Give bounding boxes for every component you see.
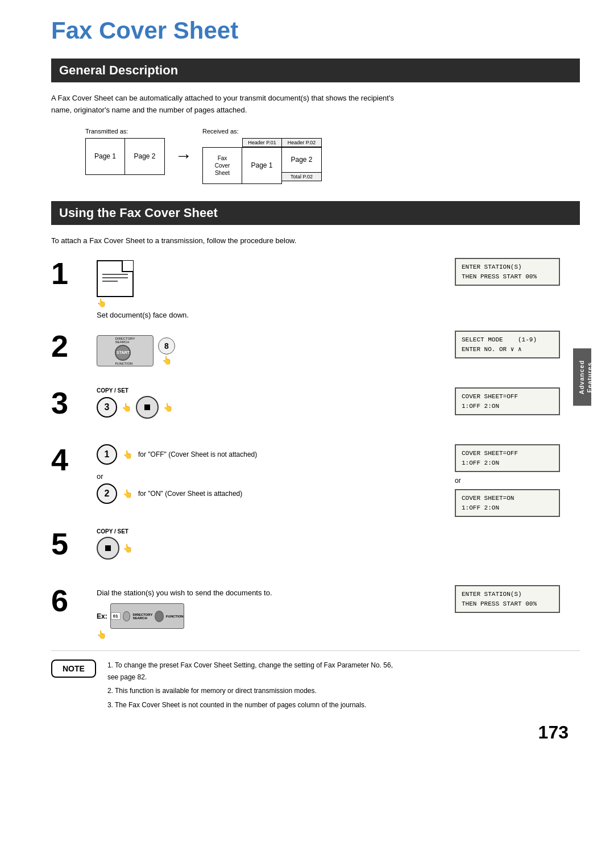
received-label: Received as: — [202, 128, 322, 135]
page2-box: Page 2 — [125, 138, 165, 175]
step-4-lcd1: COVER SHEET=OFF 1:OFF 2:ON — [455, 444, 560, 472]
note-section: NOTE 1. To change the preset Fax Cover S… — [51, 650, 580, 711]
ex-device-panel: 01 DIRECTORYSEARCH FUNCTION — [110, 603, 184, 629]
control-panel-2: DIRECTORYSEARCH START FUNCTION — [97, 335, 154, 366]
using-section-header: Using the Fax Cover Sheet — [51, 201, 580, 225]
side-tab: Advanced Features — [573, 349, 591, 406]
hand-icon-4b: 👆 — [123, 489, 132, 498]
header-p02: Header P.02 — [282, 138, 322, 147]
step-4-option2-text: for "ON" (Cover Sheet is attached) — [138, 490, 242, 498]
ex-label: Ex: — [97, 612, 107, 620]
step-6-text: Dial the station(s) you wish to send the… — [97, 589, 272, 597]
hand-icon-3b: 👆 — [163, 403, 173, 412]
button-1: 1 — [97, 444, 117, 465]
ex-function: FUNCTION — [166, 615, 184, 618]
step-4-or1: or — [97, 472, 257, 481]
side-tab-line2: Features — [586, 362, 593, 393]
page-title: Fax Cover Sheet — [51, 17, 580, 44]
recv-page2-box: Page 2 — [282, 147, 322, 173]
fax-cover-box: Fax Cover Sheet — [202, 147, 242, 184]
step-2-lcd: SELECT MODE (1-9) ENTER NO. OR ∨ ∧ — [455, 331, 560, 358]
step-4-number: 4 — [51, 444, 85, 475]
step-3-lcd: COVER SHEET=OFF 1:OFF 2:ON — [455, 387, 560, 415]
general-description-text: A Fax Cover Sheet can be automatically a… — [51, 93, 540, 116]
step-4-lcd-area: COVER SHEET=OFF 1:OFF 2:ON or COVER SHEE… — [455, 444, 580, 517]
step-4-lcd2: COVER SHEET=ON 1:OFF 2:ON — [455, 489, 560, 517]
hand-icon-2b: 👆 — [162, 356, 172, 365]
hand-icon-1: 👆 — [97, 298, 189, 307]
step-4-or2: or — [455, 477, 461, 485]
ex-01: 01 — [111, 612, 121, 620]
hand-icon-4a: 👆 — [123, 450, 132, 459]
transmission-diagram: Transmitted as: Page 1 Page 2 → Received… — [85, 128, 580, 184]
button-3: 3 — [97, 397, 117, 418]
step-5-copy-set-label: COPY / SET — [97, 528, 128, 535]
step-3-number: 3 — [51, 387, 85, 418]
note-item-2: 2. This function is available for memory… — [107, 685, 393, 696]
document-icon — [97, 260, 134, 297]
transmitted-label: Transmitted as: — [85, 128, 165, 135]
side-tab-line1: Advanced — [578, 360, 585, 395]
button-2: 2 — [97, 483, 117, 504]
step-5-number: 5 — [51, 528, 85, 559]
ex-start-btn — [155, 611, 163, 622]
total-p02: Total P.02 — [282, 173, 322, 181]
step-6-lcd: ENTER STATION(S) THEN PRESS START 00% — [455, 585, 560, 613]
note-item-3: 3. The Fax Cover Sheet is not counted in… — [107, 699, 393, 711]
arrow: → — [165, 146, 202, 165]
step-4: 4 1 👆 for "OFF" (Cover Sheet is not atta… — [51, 444, 580, 517]
copy-set-button-5: ⏹ — [97, 537, 119, 560]
page1-box: Page 1 — [85, 138, 125, 175]
step-1-lcd-area: ENTER STATION(S) THEN PRESS START 00% — [455, 258, 580, 286]
note-item-1: 1. To change the preset Fax Cover Sheet … — [107, 660, 393, 683]
step-6-number: 6 — [51, 585, 85, 616]
copy-set-button-3: ⏹ — [136, 396, 159, 419]
step-3: 3 COPY / SET 3 👆 ⏹ 👆 COVER SHEET=OFF 1:O… — [51, 387, 580, 433]
general-description-header: General Description — [51, 59, 580, 82]
step-4-options: 1 👆 for "OFF" (Cover Sheet is not attach… — [97, 444, 257, 508]
step-1-text: Set document(s) face down. — [97, 311, 189, 319]
recv-page1-box: Page 1 — [242, 147, 282, 184]
note-content: 1. To change the preset Fax Cover Sheet … — [107, 660, 393, 711]
hand-icon-3a: 👆 — [122, 403, 131, 412]
step-4-option1-text: for "OFF" (Cover Sheet is not attached) — [138, 450, 257, 458]
step-3-lcd-area: COVER SHEET=OFF 1:OFF 2:ON — [455, 387, 580, 415]
step-4-option2: 2 👆 for "ON" (Cover Sheet is attached) — [97, 483, 257, 504]
step-6-ex: Ex: 01 DIRECTORYSEARCH FUNCTION — [97, 603, 184, 629]
page-number: 173 — [51, 722, 569, 743]
header-p01: Header P.01 — [242, 138, 282, 147]
step-4-option1: 1 👆 for "OFF" (Cover Sheet is not attach… — [97, 444, 257, 465]
step-6-lcd-area: ENTER STATION(S) THEN PRESS START 00% — [455, 585, 580, 613]
hand-icon-5: 👆 — [123, 544, 132, 553]
hand-icon-6: 👆 — [97, 630, 106, 639]
start-button: START — [115, 345, 131, 361]
step-2-lcd-area: SELECT MODE (1-9) ENTER NO. OR ∨ ∧ — [455, 331, 580, 358]
step-5: 5 COPY / SET ⏹ 👆 — [51, 528, 580, 574]
ex-side-btns: DIRECTORYSEARCH — [132, 613, 152, 620]
step-1: 1 👆 Set document(s) face down. ENTE — [51, 258, 580, 319]
step-3-copy-set-label: COPY / SET — [97, 387, 128, 394]
step-1-number: 1 — [51, 258, 85, 289]
step-2-number: 2 — [51, 331, 85, 361]
step-6: 6 Dial the station(s) you wish to send t… — [51, 585, 580, 639]
steps-container: 1 👆 Set document(s) face down. ENTE — [51, 258, 580, 639]
step-1-lcd: ENTER STATION(S) THEN PRESS START 00% — [455, 258, 560, 286]
ex-dial — [123, 611, 131, 621]
using-intro: To attach a Fax Cover Sheet to a transmi… — [51, 235, 540, 247]
note-label: NOTE — [51, 660, 96, 678]
button-8: 8 — [158, 337, 175, 354]
step-2: 2 DIRECTORYSEARCH START FUNCTION — [51, 331, 580, 376]
